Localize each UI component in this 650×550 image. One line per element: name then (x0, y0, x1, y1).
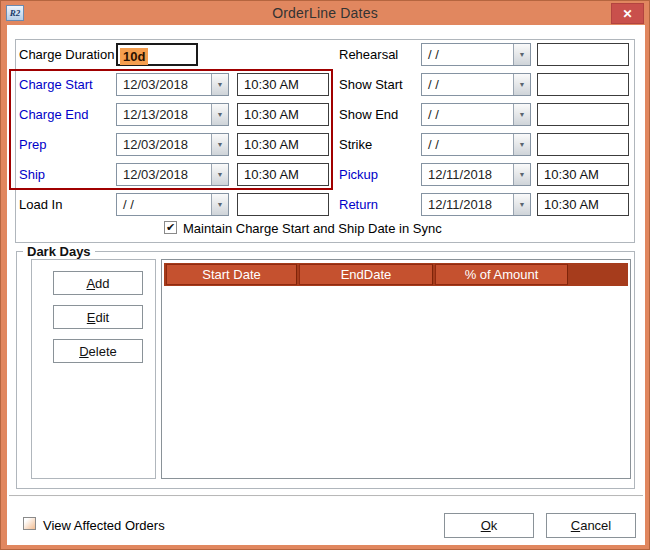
chevron-down-icon[interactable]: ▼ (513, 164, 530, 185)
load-in-label: Load In (19, 197, 62, 212)
prep-date-combo[interactable]: 12/03/2018 ▼ (116, 133, 229, 156)
orderline-dates-dialog: R2 OrderLine Dates ✕ Charge Duration 10d… (0, 0, 650, 550)
strike-time-field[interactable] (537, 133, 629, 156)
charge-end-time-field[interactable]: 10:30 AM (237, 103, 329, 126)
show-start-label: Show Start (339, 77, 403, 92)
column-header-pct-amount[interactable]: % of Amount (435, 264, 568, 285)
ship-date-value: 12/03/2018 (117, 164, 211, 185)
show-end-date-value: / / (422, 104, 513, 125)
view-affected-orders-label: View Affected Orders (43, 518, 165, 533)
pickup-date-value: 12/11/2018 (422, 164, 513, 185)
pickup-label: Pickup (339, 167, 378, 182)
chevron-down-icon[interactable]: ▼ (211, 74, 228, 95)
strike-date-value: / / (422, 134, 513, 155)
charge-end-date-value: 12/13/2018 (117, 104, 211, 125)
return-date-combo[interactable]: 12/11/2018 ▼ (421, 193, 531, 216)
show-end-date-combo[interactable]: / / ▼ (421, 103, 531, 126)
chevron-down-icon[interactable]: ▼ (513, 74, 530, 95)
chevron-down-icon[interactable]: ▼ (211, 194, 228, 215)
charge-duration-value: 10d (120, 48, 148, 65)
column-header-start-date[interactable]: Start Date (166, 264, 297, 285)
ship-label: Ship (19, 167, 45, 182)
close-icon: ✕ (622, 7, 632, 21)
prep-date-value: 12/03/2018 (117, 134, 211, 155)
prep-label: Prep (19, 137, 46, 152)
ship-date-combo[interactable]: 12/03/2018 ▼ (116, 163, 229, 186)
charge-start-time-field[interactable]: 10:30 AM (237, 73, 329, 96)
chevron-down-icon[interactable]: ▼ (513, 194, 530, 215)
pickup-date-combo[interactable]: 12/11/2018 ▼ (421, 163, 531, 186)
column-header-end-date[interactable]: EndDate (299, 264, 433, 285)
chevron-down-icon[interactable]: ▼ (513, 104, 530, 125)
pickup-time-field[interactable]: 10:30 AM (537, 163, 629, 186)
sync-checkbox-label: Maintain Charge Start and Ship Date in S… (183, 221, 442, 236)
charge-end-label: Charge End (19, 107, 88, 122)
charge-duration-input[interactable]: 10d (116, 43, 198, 66)
add-button[interactable]: Add (53, 271, 143, 295)
chevron-down-icon[interactable]: ▼ (513, 44, 530, 65)
close-button[interactable]: ✕ (611, 3, 644, 24)
dark-days-title: Dark Days (23, 244, 95, 259)
rehearsal-label: Rehearsal (339, 47, 398, 62)
return-date-value: 12/11/2018 (422, 194, 513, 215)
sync-checkbox[interactable]: ✔ (164, 221, 177, 234)
show-start-date-value: / / (422, 74, 513, 95)
return-label: Return (339, 197, 378, 212)
charge-end-date-combo[interactable]: 12/13/2018 ▼ (116, 103, 229, 126)
load-in-date-value: / / (117, 194, 211, 215)
ship-time-field[interactable]: 10:30 AM (237, 163, 329, 186)
chevron-down-icon[interactable]: ▼ (211, 104, 228, 125)
cancel-button[interactable]: Cancel (546, 513, 636, 538)
load-in-date-combo[interactable]: / / ▼ (116, 193, 229, 216)
load-in-time-field[interactable] (237, 193, 329, 216)
strike-date-combo[interactable]: / / ▼ (421, 133, 531, 156)
chevron-down-icon[interactable]: ▼ (211, 164, 228, 185)
footer-separator (9, 495, 643, 497)
rehearsal-date-value: / / (422, 44, 513, 65)
dark-days-table[interactable]: Start Date EndDate % of Amount (161, 259, 631, 479)
window-title: OrderLine Dates (1, 5, 649, 21)
return-time-field[interactable]: 10:30 AM (537, 193, 629, 216)
edit-button[interactable]: Edit (53, 305, 143, 329)
delete-button[interactable]: Delete (53, 339, 143, 363)
view-affected-orders-checkbox[interactable] (23, 517, 36, 530)
charge-start-date-combo[interactable]: 12/03/2018 ▼ (116, 73, 229, 96)
charge-start-date-value: 12/03/2018 (117, 74, 211, 95)
prep-time-field[interactable]: 10:30 AM (237, 133, 329, 156)
chevron-down-icon[interactable]: ▼ (513, 134, 530, 155)
show-end-label: Show End (339, 107, 398, 122)
charge-duration-label: Charge Duration (19, 47, 114, 62)
ok-button[interactable]: Ok (444, 513, 534, 538)
chevron-down-icon[interactable]: ▼ (211, 134, 228, 155)
rehearsal-date-combo[interactable]: / / ▼ (421, 43, 531, 66)
check-icon: ✔ (166, 221, 175, 233)
charge-start-label: Charge Start (19, 77, 93, 92)
show-start-time-field[interactable] (537, 73, 629, 96)
strike-label: Strike (339, 137, 372, 152)
dark-days-table-header: Start Date EndDate % of Amount (164, 263, 628, 286)
show-end-time-field[interactable] (537, 103, 629, 126)
rehearsal-time-field[interactable] (537, 43, 629, 66)
show-start-date-combo[interactable]: / / ▼ (421, 73, 531, 96)
